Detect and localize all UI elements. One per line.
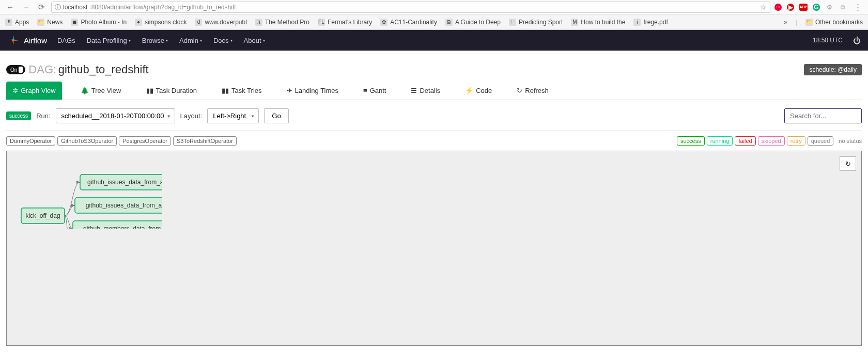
bookmark-item[interactable]: MHow to build the (571, 19, 625, 26)
status-legend: successrunningfailedskippedretryqueued (677, 136, 833, 146)
task-node-github_issues_data_from_airflow-plugins_to_s3[interactable]: github_issues_data_from_airflow-plugins_… (75, 198, 162, 213)
bookmark-item[interactable]: 📁News (37, 19, 63, 26)
svg-text:github_issues_data_from_airflo: github_issues_data_from_airflow-plugins_… (86, 202, 162, 209)
airflow-logo-icon (7, 34, 20, 46)
bookmark-label: How to build the (581, 19, 625, 26)
operator-badge[interactable]: GithubToS3Operator (57, 136, 117, 146)
bookmark-favicon: ◼ (71, 19, 78, 26)
tab-landing-times[interactable]: ✈Landing Times (281, 82, 345, 100)
go-button[interactable]: Go (264, 108, 289, 123)
operator-legend: DummyOperatorGithubToS3OperatorPostgresO… (6, 136, 237, 146)
layout-label: Layout: (180, 112, 203, 120)
caret-icon: ▾ (166, 38, 168, 43)
tab-label: Gantt (370, 87, 386, 94)
tab-icon: ↻ (517, 87, 522, 94)
nav-items: DAGsData Profiling▾Browse▾Admin▾Docs▾Abo… (57, 37, 276, 44)
legend-row: DummyOperatorGithubToS3OperatorPostgresO… (6, 131, 862, 151)
power-icon[interactable]: ⏻ (853, 36, 861, 45)
dag-name: github_to_redshift (58, 63, 149, 76)
nav-item-docs[interactable]: Docs▾ (213, 37, 233, 44)
bookmark-item[interactable]: 🗎A Guide to Deep (445, 19, 501, 26)
bookmark-favicon: ✿ (380, 19, 388, 26)
ext-gear-icon[interactable]: ⚙ (825, 3, 833, 11)
star-icon[interactable]: ☆ (760, 3, 767, 11)
status-badge-retry[interactable]: retry (787, 136, 805, 146)
brand[interactable]: Airflow (24, 36, 47, 45)
url-path: :8080/admin/airflow/graph?dag_id=github_… (89, 4, 236, 11)
caret-icon: ▾ (200, 38, 202, 43)
caret-icon: ▾ (129, 38, 131, 43)
tab-task-duration[interactable]: ▮▮Task Duration (140, 82, 203, 100)
ext-lastpass-icon[interactable]: ⋯ (774, 4, 782, 11)
ext-misc-icon[interactable]: ⧉ (839, 3, 847, 11)
menu-icon[interactable]: ⋮ (852, 3, 864, 12)
ext-youtube-icon[interactable]: ▶ (787, 4, 794, 11)
tab-details[interactable]: ☰Details (405, 82, 446, 100)
status-badge-skipped[interactable]: skipped (758, 136, 785, 146)
tab-code[interactable]: ⚡Code (459, 82, 498, 100)
schedule-badge[interactable]: schedule: @daily (804, 64, 862, 75)
status-badge-queued[interactable]: queued (808, 136, 834, 146)
bookmark-label: frege.pdf (643, 19, 668, 26)
status-badge-running[interactable]: running (707, 136, 733, 146)
tab-label: Code (476, 87, 492, 94)
dag-toggle[interactable]: On (6, 65, 25, 74)
operator-badge[interactable]: DummyOperator (6, 136, 55, 146)
url-bar[interactable]: i localhost:8080/admin/airflow/graph?dag… (51, 2, 770, 13)
nav-item-dags[interactable]: DAGs (57, 37, 75, 44)
bookmark-label: Photo Album - In (81, 19, 127, 26)
task-node-kick_off_dag[interactable]: kick_off_dag (21, 208, 65, 223)
run-select[interactable]: scheduled__2018-01-20T00:00:00 (56, 108, 175, 123)
dag-label: DAG: (28, 63, 56, 76)
tab-icon: ✈ (287, 87, 292, 94)
bookmark-item[interactable]: ⠿Apps (5, 19, 29, 26)
bookmark-item[interactable]: ifrege.pdf (633, 19, 668, 26)
tab-icon: ▮▮ (146, 87, 153, 94)
ext-grammarly-icon[interactable]: G (813, 4, 820, 11)
nav-item-browse[interactable]: Browse▾ (142, 37, 168, 44)
bookmark-item[interactable]: FLFermat's Library (318, 19, 372, 26)
status-badge-success[interactable]: success (677, 136, 705, 146)
svg-text:github_issues_data_from_astron: github_issues_data_from_astronomerio_to_… (87, 179, 162, 186)
bookmark-label: Predicting Sport (519, 19, 563, 26)
bookmark-item[interactable]: ✿AC11-Cardinality (380, 19, 437, 26)
bookmarks-list: ⠿Apps📁News◼Photo Album - In●simpsons clo… (5, 19, 668, 26)
tab-refresh[interactable]: ↻Refresh (510, 82, 555, 100)
run-label: Run: (36, 112, 50, 120)
other-bookmarks[interactable]: 📁Other bookmarks (805, 19, 863, 26)
tab-icon: ⚡ (465, 87, 473, 94)
operator-badge[interactable]: S3ToRedshiftOperator (173, 136, 237, 146)
bookmark-favicon: ● (135, 19, 142, 26)
bookmark-favicon: FL (318, 19, 325, 26)
bookmark-item[interactable]: 〉Predicting Sport (509, 19, 563, 26)
tab-tree-view[interactable]: 🌲Tree View (74, 82, 128, 100)
bookmark-item[interactable]: dwww.doverpubl (195, 19, 246, 26)
bookmark-favicon: π (255, 19, 262, 26)
edge (65, 216, 71, 229)
nav-item-about[interactable]: About▾ (244, 37, 265, 44)
task-node-github_issues_data_from_astronomerio_to_s3[interactable]: github_issues_data_from_astronomerio_to_… (80, 174, 162, 190)
forward-button[interactable]: → (20, 3, 32, 11)
bookmarks-overflow[interactable]: » (784, 19, 787, 26)
bookmark-item[interactable]: ●simpsons clock (135, 19, 187, 26)
status-badge-failed[interactable]: failed (735, 136, 755, 146)
tab-gantt[interactable]: ≡Gantt (357, 82, 392, 100)
tab-graph-view[interactable]: ✲Graph View (6, 82, 62, 100)
task-node-github_members_data_from_astronomerio_to_s3[interactable]: github_members_data_from_astronomerio_to… (73, 221, 162, 229)
ext-abp-icon[interactable]: ABP (799, 4, 808, 11)
tab-task-tries[interactable]: ▮▮Task Tries (215, 82, 268, 100)
bookmark-item[interactable]: πThe Method Pro (255, 19, 309, 26)
nav-item-admin[interactable]: Admin▾ (179, 37, 202, 44)
operator-badge[interactable]: PostgresOperator (119, 136, 171, 146)
info-icon: i (55, 4, 61, 10)
back-button[interactable]: ← (4, 3, 16, 11)
bookmark-label: Fermat's Library (328, 19, 372, 26)
bookmark-favicon: i (633, 19, 641, 26)
reload-button[interactable]: ⟳ (36, 3, 47, 12)
search-input[interactable] (784, 108, 862, 123)
nav-item-data-profiling[interactable]: Data Profiling▾ (87, 37, 131, 44)
layout-select[interactable]: Left->Right (207, 108, 259, 123)
bookmark-item[interactable]: ◼Photo Album - In (71, 19, 127, 26)
graph-refresh-button[interactable]: ↻ (840, 156, 856, 171)
graph-canvas[interactable]: ↻ kick_off_daggithub_issues_data_from_as… (6, 151, 862, 346)
